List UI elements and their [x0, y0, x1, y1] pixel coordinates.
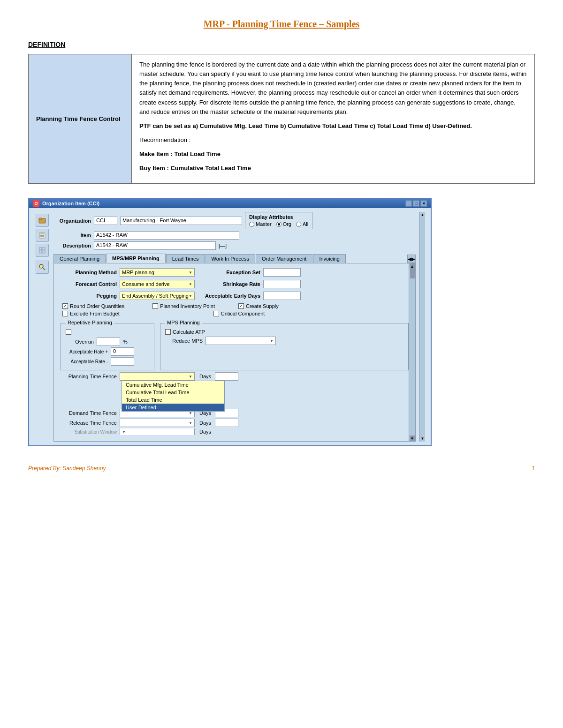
radio-master-circle[interactable]	[249, 222, 254, 227]
org-label: Organization	[53, 218, 91, 224]
planning-method-dropdown[interactable]: MRP planning ▼	[120, 268, 195, 277]
radio-org-circle[interactable]	[276, 222, 282, 227]
acceptable-early-label: Acceptable Early Days	[204, 293, 260, 299]
create-supply-check[interactable]: Create Supply	[238, 303, 279, 309]
round-order-box[interactable]	[62, 303, 68, 309]
ptf-dropdown[interactable]: ▼	[120, 372, 195, 381]
minimize-btn[interactable]: _	[405, 200, 412, 207]
overrun-label: Overrun	[66, 339, 94, 345]
page-title: MRP - Planning Time Fence – Samples	[28, 19, 535, 30]
radio-all-circle[interactable]	[296, 222, 301, 227]
desc-row: Description A1542 - RAW [—]	[53, 241, 416, 250]
scroll-thumb[interactable]	[410, 269, 415, 278]
pegging-value: End Assembly / Soft Pegging	[122, 293, 189, 299]
rtf-days-input[interactable]	[215, 419, 238, 427]
ptf-label: Planning Time Fence	[61, 374, 117, 379]
outer-scrollbar[interactable]: ▲ ▼	[419, 212, 425, 442]
tab-order-management[interactable]: Order Management	[256, 254, 312, 263]
display-attrs-box: Display Attributes Master Org	[245, 212, 312, 229]
grid-icon-btn[interactable]	[36, 244, 49, 257]
item-label: Item	[53, 233, 91, 238]
org-code-input[interactable]: CCI	[94, 217, 117, 225]
calc-atp-row: Calculate ATP	[165, 329, 403, 335]
exclude-budget-box[interactable]	[62, 311, 68, 316]
rtf-days-label: Days	[199, 420, 211, 426]
content-para1: The planning time fence is bordered by t…	[139, 60, 527, 117]
dropdown-item-cumulative-total[interactable]: Cumulative Total Lead Time	[122, 389, 224, 396]
tabs-bar: General Planning MPS/MRP Planning Lead T…	[53, 254, 416, 263]
folder-icon-btn[interactable]	[36, 214, 49, 227]
repetitive-planning-title: Repetitive Planning	[66, 320, 114, 325]
overrun-row: Overrun %	[66, 338, 149, 346]
shrinkage-rate-input[interactable]	[263, 280, 301, 288]
sub-window-dropdown[interactable]: ▼	[120, 428, 195, 435]
forecast-control-dropdown[interactable]: Consume and derive ▼	[120, 280, 195, 288]
planned-inv-box[interactable]	[152, 303, 158, 309]
item-row: Item A1542 - RAW	[53, 231, 416, 240]
svg-rect-6	[39, 248, 42, 250]
repetitive-planning-section: Repetitive Planning Overrun %	[61, 323, 154, 370]
close-btn[interactable]: ✕	[420, 200, 427, 207]
dropdown-arrow-5: ▼	[189, 375, 192, 379]
exclude-budget-check[interactable]: Exclude From Budget	[62, 311, 120, 316]
org-row: Organization CCI Manufacturing - Fort Wa…	[53, 212, 416, 229]
create-supply-box[interactable]	[238, 303, 244, 309]
dropdown-arrow-2: ▼	[189, 282, 192, 286]
reduce-mps-label: Reduce MPS	[165, 338, 203, 344]
list-icon-btn[interactable]	[36, 229, 49, 242]
calc-atp-check[interactable]: Calculate ATP	[165, 329, 205, 335]
dropdown-item-total-lead[interactable]: Total Lead Time	[122, 396, 224, 404]
critical-comp-check[interactable]: Critical Component	[213, 311, 265, 316]
oracle-title-text: Organization Item (CCI)	[42, 201, 99, 206]
tab-lead-times[interactable]: Lead Times	[166, 254, 205, 263]
overrun-input[interactable]	[97, 338, 120, 346]
create-supply-label: Create Supply	[246, 303, 279, 309]
titlebar-controls[interactable]: _ □ ✕	[405, 200, 427, 207]
scroll-down-btn[interactable]: ▼	[410, 435, 415, 441]
exclude-budget-label: Exclude From Budget	[70, 311, 120, 316]
calc-atp-box[interactable]	[165, 329, 171, 335]
acc-rate-plus-input[interactable]: 0	[111, 347, 134, 356]
repetitive-planning-check[interactable]	[66, 329, 149, 335]
oracle-form-window: O Organization Item (CCI) _ □ ✕	[28, 198, 432, 446]
acceptable-early-input[interactable]	[263, 292, 301, 300]
item-input[interactable]: A1542 - RAW	[94, 231, 239, 240]
calc-atp-label: Calculate ATP	[173, 329, 205, 335]
tab-mps-mrp-planning[interactable]: MPS/MRP Planning	[106, 254, 166, 263]
dropdown-item-cumulative-mfg[interactable]: Cumulative Mfg. Lead Time	[122, 381, 224, 389]
rtf-dropdown[interactable]: ▼	[120, 419, 195, 427]
critical-comp-box[interactable]	[213, 311, 219, 316]
dropdown-item-user-defined[interactable]: User-Defined	[122, 404, 224, 411]
tab-nav-btn[interactable]: ◀▶	[407, 255, 416, 263]
mps-planning-title: MPS Planning	[165, 320, 202, 325]
round-order-check[interactable]: Round Order Quantities	[62, 303, 124, 309]
outer-scroll-up[interactable]: ▲	[421, 213, 425, 217]
reduce-mps-dropdown[interactable]: ▼	[205, 337, 276, 345]
tab-invoicing[interactable]: Invoicing	[313, 254, 345, 263]
shrinkage-rate-row: Shrinkage Rate	[204, 280, 301, 288]
tab-content-mps-mrp: Planning Method MRP planning ▼ Exception…	[53, 263, 416, 442]
exception-set-input[interactable]	[263, 268, 301, 277]
tab-work-in-process[interactable]: Work In Process	[205, 254, 256, 263]
scroll-up-btn[interactable]: ▲	[410, 263, 415, 269]
desc-input[interactable]: A1542 - RAW	[94, 241, 216, 250]
radio-master[interactable]: Master	[249, 221, 272, 227]
svg-rect-8	[39, 251, 42, 253]
mps-planning-content: Calculate ATP Reduce MPS ▼	[165, 329, 403, 345]
oracle-titlebar: O Organization Item (CCI) _ □ ✕	[29, 199, 431, 208]
pegging-dropdown[interactable]: End Assembly / Soft Pegging ▼	[120, 292, 195, 300]
tab-general-planning[interactable]: General Planning	[53, 254, 106, 263]
repetitive-planning-box[interactable]	[66, 329, 71, 335]
radio-org[interactable]: Org	[276, 221, 291, 227]
planned-inv-check[interactable]: Planned Inventory Point	[152, 303, 215, 309]
magnifier-icon-btn[interactable]	[36, 261, 49, 274]
radio-all[interactable]: All	[296, 221, 308, 227]
ptf-days-input[interactable]	[215, 372, 238, 381]
org-name-input[interactable]: Manufacturing - Fort Wayne	[120, 217, 242, 225]
definition-heading: DEFINITION	[28, 41, 535, 48]
maximize-btn[interactable]: □	[413, 200, 419, 207]
vertical-scrollbar[interactable]: ▲ ▼	[409, 263, 415, 441]
outer-scroll-down[interactable]: ▼	[421, 436, 425, 441]
acc-rate-minus-input[interactable]	[111, 357, 134, 366]
scroll-track	[410, 269, 415, 435]
